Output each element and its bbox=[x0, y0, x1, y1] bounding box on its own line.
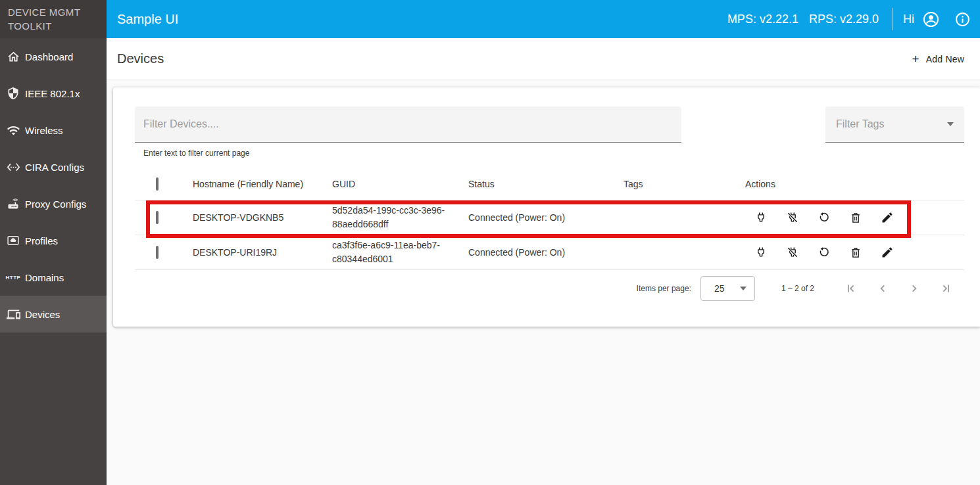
topbar: Sample UI MPS: v2.22.1 RPS: v2.29.0 Hi bbox=[107, 0, 980, 38]
page-size-value: 25 bbox=[714, 283, 725, 294]
filter-tags-label: Filter Tags bbox=[836, 118, 885, 130]
status-cell: Connected (Power: On) bbox=[468, 212, 565, 223]
row-actions bbox=[753, 244, 895, 260]
chevron-down-icon bbox=[947, 122, 954, 126]
row-checkbox[interactable] bbox=[156, 211, 159, 224]
table-header-row: Hostname (Friendly Name) GUID Status Tag… bbox=[135, 168, 964, 200]
app-logo: DEVICE MGMT TOOLKIT bbox=[0, 0, 107, 38]
power-off-icon[interactable] bbox=[785, 244, 800, 260]
add-new-button[interactable]: + Add New bbox=[912, 53, 964, 65]
topbar-divider bbox=[892, 8, 893, 30]
sidebar-item-label: Proxy Configs bbox=[25, 198, 86, 210]
select-all-checkbox[interactable] bbox=[156, 177, 159, 191]
sidebar-item-label: Devices bbox=[25, 309, 60, 320]
router-icon bbox=[5, 197, 21, 210]
status-cell: Connected (Power: On) bbox=[468, 247, 565, 258]
add-new-label: Add New bbox=[926, 54, 964, 64]
page-size-select[interactable]: 25 bbox=[700, 276, 755, 301]
column-actions: Actions bbox=[745, 179, 775, 189]
hostname-cell: DESKTOP-VDGKNB5 bbox=[193, 212, 283, 223]
column-hostname: Hostname (Friendly Name) bbox=[193, 179, 303, 189]
guid-cell: 5d52da54-199c-cc3c-3e96- 88aedd668dff bbox=[332, 204, 445, 231]
home-icon bbox=[5, 50, 21, 64]
sidebar-item-cira-configs[interactable]: CIRA Configs bbox=[0, 149, 107, 185]
sidebar-item-dashboard[interactable]: Dashboard bbox=[0, 38, 107, 75]
page-title: Devices bbox=[117, 51, 164, 66]
sidebar-item-label: Domains bbox=[25, 272, 64, 283]
greeting-text: Hi bbox=[903, 12, 914, 26]
mps-version: MPS: v2.22.1 bbox=[727, 12, 798, 26]
power-off-icon[interactable] bbox=[785, 210, 800, 225]
column-guid: GUID bbox=[332, 179, 355, 189]
table-row: DESKTOP-VDGKNB5 5d52da54-199c-cc3c-3e96-… bbox=[135, 200, 964, 235]
edit-icon[interactable] bbox=[879, 210, 895, 225]
filter-helper-text: Enter text to filter current page bbox=[143, 149, 249, 158]
sidebar-item-devices[interactable]: Devices bbox=[0, 296, 107, 333]
sidebar-item-profiles[interactable]: Profiles bbox=[0, 222, 107, 259]
table-row: DESKTOP-URI19RJ ca3f3f6e-a6c9-11ea-beb7-… bbox=[135, 235, 964, 270]
http-icon: HTTP bbox=[5, 275, 21, 281]
delete-icon[interactable] bbox=[848, 244, 864, 260]
topbar-title: Sample UI bbox=[117, 12, 178, 27]
sidebar-item-domains[interactable]: HTTP Domains bbox=[0, 259, 107, 296]
sidebar-item-ieee8021x[interactable]: IEEE 802.1x bbox=[0, 75, 107, 112]
cloud-icon bbox=[5, 234, 21, 247]
reset-icon[interactable] bbox=[816, 244, 832, 260]
plus-icon: + bbox=[912, 53, 919, 65]
reset-icon[interactable] bbox=[816, 210, 832, 225]
first-page-icon[interactable] bbox=[843, 281, 859, 296]
sidebar-item-label: Dashboard bbox=[25, 51, 73, 62]
sidebar-item-label: IEEE 802.1x bbox=[25, 88, 80, 99]
filter-devices-input[interactable] bbox=[135, 106, 681, 143]
wifi-icon bbox=[5, 124, 21, 137]
sidebar-item-wireless[interactable]: Wireless bbox=[0, 112, 107, 149]
page-header: Devices + Add New bbox=[107, 38, 980, 80]
delete-icon[interactable] bbox=[848, 210, 864, 225]
rps-version: RPS: v2.29.0 bbox=[809, 12, 879, 26]
info-icon[interactable] bbox=[954, 11, 971, 28]
power-icon[interactable] bbox=[753, 210, 769, 225]
chevron-down-icon bbox=[740, 287, 747, 290]
range-label: 1 – 2 of 2 bbox=[781, 284, 814, 293]
last-page-icon[interactable] bbox=[938, 281, 954, 296]
ethernet-icon bbox=[5, 160, 21, 174]
shield-icon bbox=[5, 87, 21, 100]
filter-tags-select[interactable]: Filter Tags bbox=[825, 106, 964, 143]
next-page-icon[interactable] bbox=[906, 281, 922, 296]
sidebar: DEVICE MGMT TOOLKIT Dashboard IEEE 802.1… bbox=[0, 0, 107, 485]
guid-cell: ca3f3f6e-a6c9-11ea-beb7- c80344ed6001 bbox=[332, 239, 440, 266]
sidebar-item-label: Wireless bbox=[25, 125, 63, 136]
sidebar-item-label: CIRA Configs bbox=[25, 162, 84, 173]
previous-page-icon[interactable] bbox=[875, 281, 891, 296]
devices-icon bbox=[5, 308, 21, 321]
power-icon[interactable] bbox=[753, 244, 769, 260]
app-title-line2: TOOLKIT bbox=[8, 19, 107, 33]
column-status: Status bbox=[468, 179, 495, 189]
edit-icon[interactable] bbox=[879, 244, 895, 260]
row-actions bbox=[753, 210, 895, 225]
paginator: Items per page: 25 1 – 2 of 2 bbox=[637, 273, 954, 304]
app-title-line1: DEVICE MGMT bbox=[8, 5, 107, 19]
sidebar-item-proxy-configs[interactable]: Proxy Configs bbox=[0, 185, 107, 222]
devices-card: Enter text to filter current page Filter… bbox=[113, 87, 980, 327]
items-per-page-label: Items per page: bbox=[637, 284, 691, 293]
column-tags: Tags bbox=[624, 179, 643, 189]
row-checkbox[interactable] bbox=[156, 246, 159, 259]
account-icon[interactable] bbox=[922, 11, 940, 28]
sidebar-item-label: Profiles bbox=[25, 235, 58, 246]
hostname-cell: DESKTOP-URI19RJ bbox=[193, 247, 277, 258]
